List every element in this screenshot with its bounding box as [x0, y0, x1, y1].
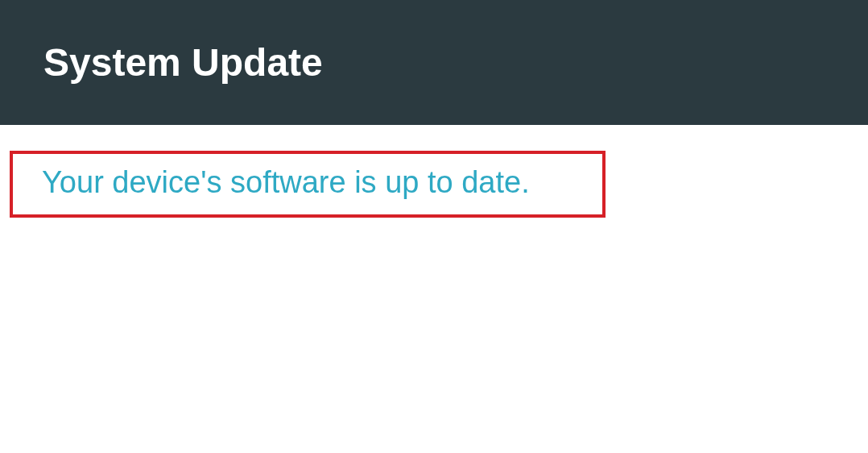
content-area: Your device's software is up to date.	[0, 125, 868, 243]
header-bar: System Update	[0, 0, 868, 125]
page-title: System Update	[43, 40, 323, 85]
status-highlight-box: Your device's software is up to date.	[10, 151, 606, 218]
update-status-text: Your device's software is up to date.	[42, 165, 530, 199]
